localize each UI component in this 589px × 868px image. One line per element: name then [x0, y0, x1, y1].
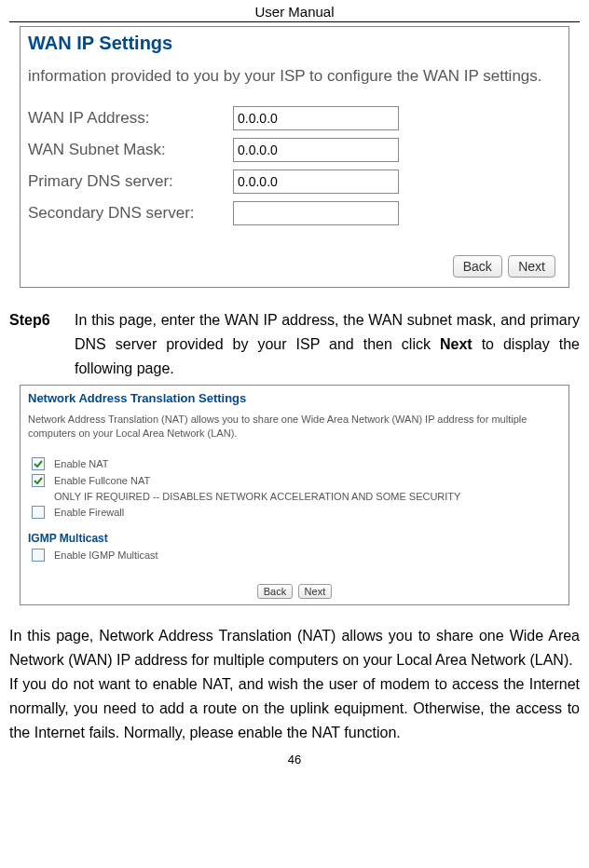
header-divider	[9, 21, 580, 22]
enable-igmp-row: Enable IGMP Multicast	[32, 549, 561, 562]
check-icon	[34, 476, 43, 485]
wan-subnet-mask-label: WAN Subnet Mask:	[28, 141, 233, 159]
back-button[interactable]: Back	[453, 255, 502, 278]
nat-explain-para2: If you do not want to enable NAT, and wi…	[9, 672, 580, 745]
nat-description: Network Address Translation (NAT) allows…	[28, 413, 561, 441]
primary-dns-input[interactable]	[233, 170, 399, 194]
secondary-dns-input[interactable]	[233, 201, 399, 225]
fullcone-note: ONLY IF REQUIRED -- DISABLES NETWORK ACC…	[54, 491, 561, 502]
nat-settings-screenshot: Network Address Translation Settings Net…	[20, 385, 569, 605]
enable-fullcone-checkbox[interactable]	[32, 474, 45, 487]
wan-ip-title: WAN IP Settings	[28, 33, 561, 54]
wan-ip-address-row: WAN IP Address:	[28, 106, 561, 130]
nat-title: Network Address Translation Settings	[28, 391, 561, 405]
enable-nat-row: Enable NAT	[32, 457, 561, 470]
wan-ip-button-row: Back Next	[28, 255, 561, 278]
primary-dns-label: Primary DNS server:	[28, 172, 233, 191]
nat-explain-para1: In this page, Network Address Translatio…	[9, 624, 580, 672]
step6-text: In this page, enter the WAN IP address, …	[75, 308, 580, 381]
enable-firewall-checkbox[interactable]	[32, 506, 45, 519]
wan-ip-info-text: information provided to you by your ISP …	[28, 67, 561, 86]
wan-subnet-mask-input[interactable]	[233, 138, 399, 162]
enable-fullcone-label: Enable Fullcone NAT	[54, 475, 150, 486]
nat-button-row: Back Next	[28, 584, 561, 599]
page-header-title: User Manual	[9, 0, 580, 21]
secondary-dns-label: Secondary DNS server:	[28, 204, 233, 223]
enable-igmp-checkbox[interactable]	[32, 549, 45, 562]
enable-firewall-label: Enable Firewall	[54, 507, 124, 518]
wan-ip-address-label: WAN IP Address:	[28, 109, 233, 128]
enable-igmp-label: Enable IGMP Multicast	[54, 549, 158, 561]
page-number: 46	[9, 753, 580, 766]
wan-ip-settings-screenshot: WAN IP Settings information provided to …	[20, 26, 569, 288]
enable-fullcone-row: Enable Fullcone NAT	[32, 474, 561, 487]
enable-nat-checkbox[interactable]	[32, 457, 45, 470]
enable-firewall-row: Enable Firewall	[32, 506, 561, 519]
wan-subnet-mask-row: WAN Subnet Mask:	[28, 138, 561, 162]
next-button[interactable]: Next	[298, 584, 333, 599]
next-button[interactable]: Next	[508, 255, 555, 278]
igmp-subtitle: IGMP Multicast	[28, 532, 561, 545]
wan-ip-address-input[interactable]	[233, 106, 399, 130]
enable-nat-label: Enable NAT	[54, 458, 109, 469]
step6-label: Step6	[9, 308, 75, 381]
check-icon	[34, 459, 43, 468]
back-button[interactable]: Back	[257, 584, 293, 599]
step6-bold-next: Next	[440, 336, 473, 352]
secondary-dns-row: Secondary DNS server:	[28, 201, 561, 225]
primary-dns-row: Primary DNS server:	[28, 170, 561, 194]
step6-paragraph: Step6 In this page, enter the WAN IP add…	[9, 308, 580, 381]
